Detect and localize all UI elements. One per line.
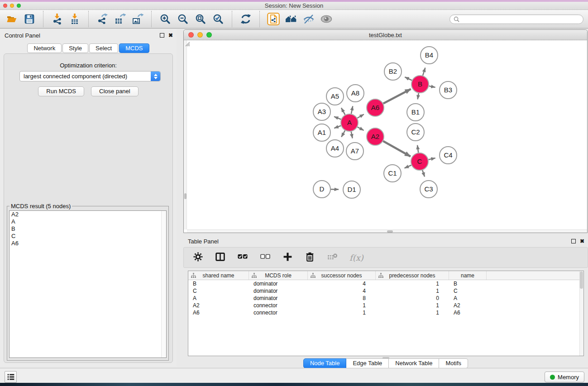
split-columns-icon[interactable] — [215, 252, 225, 264]
graph-node-A8[interactable]: A8 — [347, 85, 364, 102]
table-row[interactable]: Adominator80A — [188, 295, 583, 302]
edge-A2-C — [383, 141, 411, 157]
network-minimize-button[interactable] — [197, 32, 203, 38]
graph-node-C[interactable]: C — [411, 153, 428, 170]
svg-text:B1: B1 — [411, 108, 420, 116]
mcds-result-item[interactable]: A — [10, 218, 166, 225]
export-network-icon[interactable] — [96, 13, 109, 25]
export-image-icon[interactable] — [131, 13, 144, 25]
import-table-icon[interactable] — [68, 13, 81, 25]
edge-A-A3 — [334, 117, 341, 119]
resize-grip-icon[interactable] — [184, 40, 190, 47]
zoom-window-button[interactable] — [17, 4, 21, 8]
delete-table-icon[interactable] — [327, 251, 338, 264]
graph-node-A7[interactable]: A7 — [346, 143, 363, 160]
column-header-predecessor-nodes[interactable]: predecessor nodes — [376, 271, 449, 280]
eye-icon[interactable] — [320, 13, 333, 25]
export-table-icon[interactable] — [114, 13, 126, 25]
desktop-wallpaper-bottom — [0, 383, 588, 386]
graph-node-B3[interactable]: B3 — [440, 81, 457, 99]
graph-node-C3[interactable]: C3 — [420, 181, 437, 198]
graph-node-D1[interactable]: D1 — [343, 181, 360, 198]
svg-text:D1: D1 — [347, 186, 356, 193]
table-row[interactable]: A2connector11A2 — [188, 302, 583, 309]
graph-node-A2[interactable]: A2 — [367, 128, 384, 145]
tab-network-table[interactable]: Network Table — [389, 358, 439, 368]
zoom-selected-icon[interactable] — [212, 13, 225, 25]
close-panel-icon[interactable]: ✖ — [168, 33, 173, 38]
graph-node-C2[interactable]: C2 — [407, 124, 424, 141]
mcds-result-item[interactable]: A6 — [10, 240, 166, 247]
column-header-name[interactable]: name — [449, 271, 487, 280]
network-window-titlebar[interactable]: testGlobe.txt — [184, 30, 587, 40]
network-close-button[interactable] — [188, 32, 194, 38]
tab-network[interactable]: Network — [27, 43, 62, 53]
select-all-icon[interactable] — [237, 251, 248, 264]
optimization-criterion-select[interactable]: largest connected component (directed) — [19, 71, 161, 81]
search-field[interactable] — [449, 14, 583, 24]
mcds-result-item[interactable]: A2 — [10, 211, 166, 218]
result-scrollbar[interactable] — [161, 211, 166, 357]
graph-node-B2[interactable]: B2 — [384, 63, 402, 80]
graph-node-A3[interactable]: A3 — [313, 103, 330, 120]
add-column-icon[interactable] — [282, 252, 293, 264]
float-table-panel-icon[interactable] — [571, 239, 576, 243]
column-header-successor-nodes[interactable]: successor nodes — [308, 271, 376, 280]
graph-node-A4[interactable]: A4 — [326, 140, 344, 157]
network-canvas[interactable]: B4B2BB3A5A8A6A3B1AA1C2A2A4A7C4CC1C3DD1 — [184, 40, 587, 233]
deselect-all-icon[interactable] — [260, 251, 271, 264]
tab-style[interactable]: Style — [62, 43, 88, 53]
network-document-icon[interactable] — [267, 13, 280, 25]
graph-node-A5[interactable]: A5 — [326, 88, 344, 105]
node-table-header: shared nameMCDS rolesuccessor nodesprede… — [188, 271, 583, 280]
graph-node-D[interactable]: D — [313, 181, 330, 198]
graph-node-C1[interactable]: C1 — [384, 165, 401, 182]
import-network-icon[interactable] — [51, 13, 63, 25]
cytoscape-app: Session: New Session — [0, 0, 588, 386]
refresh-icon[interactable] — [239, 13, 252, 25]
home-icon[interactable] — [285, 13, 297, 25]
graph-node-A6[interactable]: A6 — [367, 99, 384, 116]
svg-text:D: D — [320, 185, 325, 193]
float-panel-icon[interactable] — [160, 33, 164, 38]
table-row[interactable]: Bdominator41B — [188, 280, 583, 287]
tab-mcds[interactable]: MCDS — [119, 43, 149, 53]
close-table-panel-icon[interactable]: ✖ — [580, 239, 584, 243]
minimize-window-button[interactable] — [10, 4, 14, 8]
canvas-horizontal-scrollbar[interactable] — [187, 229, 587, 233]
search-input[interactable] — [462, 16, 579, 22]
memory-button[interactable]: Memory — [545, 372, 584, 382]
hide-eye-icon[interactable] — [302, 13, 315, 25]
table-vertical-scrollbar[interactable] — [579, 271, 583, 356]
network-zoom-button[interactable] — [206, 32, 212, 38]
gear-icon[interactable] — [193, 252, 203, 264]
graph-node-A[interactable]: A — [341, 114, 358, 131]
close-panel-button[interactable]: Close panel — [91, 86, 139, 96]
mcds-result-item[interactable]: B — [10, 225, 166, 233]
close-window-button[interactable] — [3, 4, 7, 8]
graph-node-B[interactable]: B — [411, 76, 429, 93]
tab-motifs[interactable]: Motifs — [439, 358, 468, 368]
tab-select[interactable]: Select — [89, 43, 118, 53]
mcds-result-item[interactable]: C — [10, 233, 166, 240]
function-icon[interactable]: f(x) — [349, 253, 363, 262]
zoom-fit-icon[interactable] — [194, 13, 207, 25]
tab-node-table[interactable]: Node Table — [303, 358, 347, 368]
zoom-out-icon[interactable] — [177, 13, 189, 25]
tab-edge-table[interactable]: Edge Table — [346, 358, 389, 368]
column-header-shared-name[interactable]: shared name — [188, 271, 249, 280]
task-history-button[interactable] — [5, 371, 17, 383]
trash-icon[interactable] — [305, 252, 315, 264]
graph-node-B1[interactable]: B1 — [407, 104, 424, 121]
table-row[interactable]: Cdominator41C — [188, 287, 583, 295]
graph-node-C4[interactable]: C4 — [440, 147, 457, 164]
column-header-MCDS-role[interactable]: MCDS role — [249, 271, 308, 280]
zoom-in-icon[interactable] — [159, 13, 172, 25]
graph-node-B4[interactable]: B4 — [421, 47, 438, 64]
graph-node-A1[interactable]: A1 — [313, 124, 330, 141]
run-mcds-button[interactable]: Run MCDS — [38, 86, 84, 96]
save-icon[interactable] — [23, 13, 36, 25]
open-folder-icon[interactable] — [5, 13, 18, 25]
canvas-vertical-scrollbar[interactable] — [184, 40, 187, 229]
table-row[interactable]: A6connector11A6 — [188, 309, 583, 316]
